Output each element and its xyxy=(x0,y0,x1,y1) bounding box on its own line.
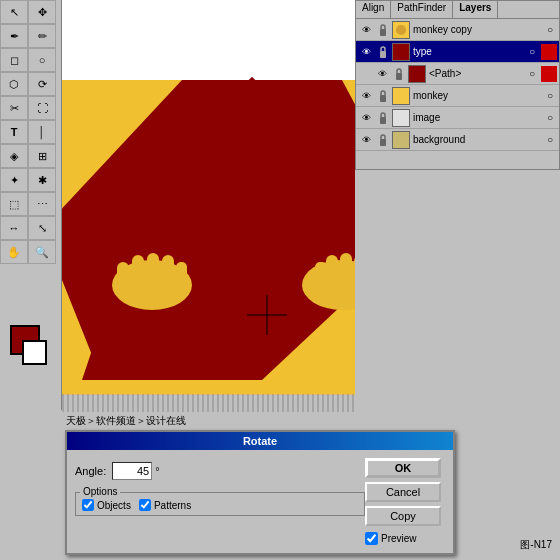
layer-name: <Path> xyxy=(429,68,525,79)
angle-input[interactable] xyxy=(112,462,152,480)
layers-tabs: Align PathFinder Layers xyxy=(356,1,559,19)
svg-rect-12 xyxy=(315,262,327,290)
layer-thumb xyxy=(392,87,410,105)
lock-icon xyxy=(376,89,390,103)
lock-icon xyxy=(392,67,406,81)
tool-slice[interactable]: ⋯ xyxy=(28,192,56,216)
layer-name: image xyxy=(413,112,543,123)
tab-pathfinder[interactable]: PathFinder xyxy=(391,1,453,18)
patterns-label: Patterns xyxy=(154,500,191,511)
tool-move[interactable]: ✥ xyxy=(28,0,56,24)
svg-rect-25 xyxy=(380,117,386,124)
dialog-right: OK Cancel Copy Preview xyxy=(365,458,445,545)
objects-checkbox[interactable] xyxy=(82,499,94,511)
layer-name: monkey xyxy=(413,90,543,101)
layer-thumb xyxy=(392,131,410,149)
color-swatches xyxy=(2,320,60,380)
cancel-button[interactable]: Cancel xyxy=(365,482,441,502)
svg-point-21 xyxy=(396,25,406,35)
tool-grad[interactable]: ◈ xyxy=(0,144,28,168)
tool-hand[interactable]: ✋ xyxy=(0,240,28,264)
eye-icon[interactable]: 👁 xyxy=(358,88,374,104)
svg-rect-26 xyxy=(380,139,386,146)
layer-thumb xyxy=(392,43,410,61)
degree-symbol: ° xyxy=(155,465,159,477)
objects-label: Objects xyxy=(97,500,131,511)
svg-rect-8 xyxy=(147,253,159,291)
tool-rotate[interactable]: ⟳ xyxy=(28,72,56,96)
eye-icon[interactable]: 👁 xyxy=(358,44,374,60)
patterns-checkbox[interactable] xyxy=(139,499,151,511)
dialog-title: Rotate xyxy=(243,435,277,447)
options-checkboxes: Objects Patterns xyxy=(82,499,358,511)
dialog-content: Angle: ° Options Objects Patterns xyxy=(67,450,453,553)
layer-name: monkey copy xyxy=(413,24,543,35)
lock-icon xyxy=(376,23,390,37)
layer-color-indicator xyxy=(541,66,557,82)
svg-rect-22 xyxy=(380,51,386,58)
layer-thumb xyxy=(408,65,426,83)
tool-pen[interactable]: ✒ xyxy=(0,24,28,48)
layer-row-path[interactable]: 👁 <Path> ○ xyxy=(356,63,559,85)
svg-rect-14 xyxy=(340,253,352,291)
layer-row-monkey-copy[interactable]: 👁 monkey copy ○ xyxy=(356,19,559,41)
copy-button[interactable]: Copy xyxy=(365,506,441,526)
layers-panel: Align PathFinder Layers 👁 monkey copy ○ … xyxy=(355,0,560,170)
background-swatch[interactable] xyxy=(22,340,47,365)
tool-chart[interactable]: ✱ xyxy=(28,168,56,192)
svg-rect-13 xyxy=(326,255,338,290)
angle-label: Angle: xyxy=(75,465,106,477)
dialog-left: Angle: ° Options Objects Patterns xyxy=(75,458,365,545)
options-group: Options Objects Patterns xyxy=(75,492,365,516)
tool-line[interactable]: │ xyxy=(28,120,56,144)
layer-row-monkey[interactable]: 👁 monkey ○ xyxy=(356,85,559,107)
layer-color-indicator xyxy=(541,44,557,60)
tool-zoom[interactable]: 🔍 xyxy=(28,240,56,264)
tool-zoom-fit[interactable]: ⤡ xyxy=(28,216,56,240)
eye-icon[interactable]: 👁 xyxy=(358,110,374,126)
layer-row-type[interactable]: 👁 type ○ xyxy=(356,41,559,63)
eye-icon[interactable]: 👁 xyxy=(374,66,390,82)
eye-icon[interactable]: 👁 xyxy=(358,132,374,148)
layer-row-image[interactable]: 👁 image ○ xyxy=(356,107,559,129)
fig-label: 图-N17 xyxy=(520,538,552,552)
main-container: ↖ ✥ ✒ ✏ ◻ ○ ⬡ ⟳ ✂ ⛶ T │ ◈ ⊞ ✦ ✱ xyxy=(0,0,560,560)
rotate-dialog: Rotate Angle: ° Options Objects xyxy=(65,430,455,555)
tool-arrow[interactable]: ↖ xyxy=(0,0,28,24)
eye-icon[interactable]: 👁 xyxy=(358,22,374,38)
tool-pencil[interactable]: ✏ xyxy=(28,24,56,48)
dialog-titlebar: Rotate xyxy=(67,432,453,450)
tool-ellipse[interactable]: ○ xyxy=(28,48,56,72)
ok-button[interactable]: OK xyxy=(365,458,441,478)
svg-rect-6 xyxy=(117,262,129,292)
tool-measure[interactable]: ↔ xyxy=(0,216,28,240)
tool-polygon[interactable]: ⬡ xyxy=(0,72,28,96)
svg-rect-23 xyxy=(396,73,402,80)
svg-rect-19 xyxy=(380,29,386,36)
options-legend: Options xyxy=(80,486,120,497)
tab-align[interactable]: Align xyxy=(356,1,391,18)
tool-mesh[interactable]: ⊞ xyxy=(28,144,56,168)
bottom-bar: 天极＞软件频道＞设计在线 xyxy=(62,412,357,430)
svg-rect-7 xyxy=(132,255,144,290)
patterns-checkbox-label[interactable]: Patterns xyxy=(139,499,191,511)
tab-layers[interactable]: Layers xyxy=(453,1,498,18)
tool-rect[interactable]: ◻ xyxy=(0,48,28,72)
tool-type[interactable]: T xyxy=(0,120,28,144)
hatch-bar xyxy=(62,394,357,412)
breadcrumb: 天极＞软件频道＞设计在线 xyxy=(66,414,186,428)
layer-thumb xyxy=(392,109,410,127)
preview-check: Preview xyxy=(365,532,445,545)
tool-scissor[interactable]: ✂ xyxy=(0,96,28,120)
svg-rect-9 xyxy=(162,255,174,290)
angle-row: Angle: ° xyxy=(75,458,365,484)
objects-checkbox-label[interactable]: Objects xyxy=(82,499,131,511)
layers-bottom-area xyxy=(355,170,560,400)
layer-name: background xyxy=(413,134,543,145)
preview-checkbox[interactable] xyxy=(365,532,378,545)
layer-name: type xyxy=(413,46,525,57)
tool-symbol[interactable]: ⬚ xyxy=(0,192,28,216)
tool-blend[interactable]: ✦ xyxy=(0,168,28,192)
layer-row-background[interactable]: 👁 background ○ xyxy=(356,129,559,151)
tool-select[interactable]: ⛶ xyxy=(28,96,56,120)
